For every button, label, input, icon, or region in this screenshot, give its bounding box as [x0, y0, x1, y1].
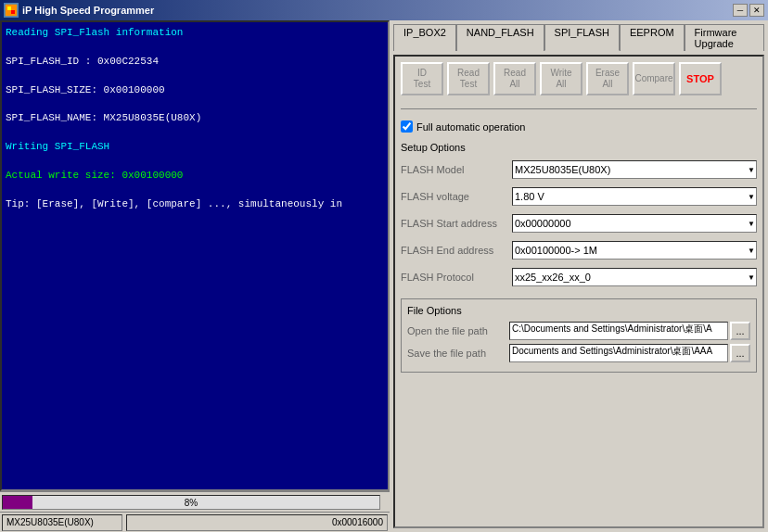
- app-title: iP High Speed Programmer: [22, 5, 729, 16]
- panel-content: ID Test Read Test Read All Write All Era…: [393, 55, 764, 528]
- read-all-button[interactable]: Read All: [493, 62, 536, 95]
- status-bar: MX25U8035E(U80X) 0x00016000: [0, 512, 390, 532]
- tab-eeprom[interactable]: EEPROM: [620, 24, 685, 51]
- open-file-row: Open the file path C:\Documents and Sett…: [407, 322, 750, 340]
- title-bar: iP High Speed Programmer ─ ✕: [0, 0, 768, 20]
- open-file-path: C:\Documents and Settings\Administrator\…: [509, 322, 728, 340]
- svg-rect-1: [7, 6, 11, 10]
- full-automatic-label: Full automatic operation: [416, 121, 525, 133]
- flash-voltage-label: FLASH voltage: [401, 191, 512, 202]
- console-line-1: Reading SPI_Flash information: [6, 26, 384, 40]
- flash-model-label: FLASH Model: [401, 164, 512, 175]
- console-line-7: Tip: [Erase], [Write], [compare] ..., si…: [6, 197, 384, 211]
- flash-protocol-wrapper: xx25_xx26_xx_0 ▼: [512, 268, 757, 286]
- id-test-button[interactable]: ID Test: [401, 62, 443, 95]
- svg-rect-2: [11, 10, 15, 14]
- minimize-button[interactable]: ─: [733, 4, 748, 17]
- flash-start-select[interactable]: 0x00000000: [512, 214, 757, 233]
- status-address: 0x00016000: [126, 514, 388, 531]
- console-area: Reading SPI_Flash information SPI_FLASH_…: [0, 20, 390, 491]
- flash-model-row: FLASH Model MX25U8035E(U80X) ▼: [401, 160, 757, 179]
- flash-end-row: FLASH End address 0x00100000-> 1M ▼: [401, 241, 757, 260]
- window-controls: ─ ✕: [733, 4, 764, 17]
- full-automatic-checkbox[interactable]: [401, 120, 413, 133]
- save-file-browse-button[interactable]: ...: [730, 344, 750, 362]
- flash-start-label: FLASH Start address: [401, 218, 512, 229]
- flash-model-select[interactable]: MX25U8035E(U80X): [512, 160, 757, 179]
- flash-protocol-row: FLASH Protocol xx25_xx26_xx_0 ▼: [401, 268, 757, 286]
- console-line-3: SPI_FLASH_SIZE: 0x00100000: [6, 83, 384, 97]
- flash-start-wrapper: 0x00000000 ▼: [512, 214, 757, 233]
- progress-label: 8%: [185, 497, 198, 507]
- right-panel: IP_BOX2 NAND_FLASH SPI_FLASH EEPROM Firm…: [390, 20, 768, 532]
- main-container: Reading SPI_Flash information SPI_FLASH_…: [0, 20, 768, 532]
- console-line-5: Writing SPI_FLASH: [6, 140, 384, 154]
- flash-end-label: FLASH End address: [401, 245, 512, 256]
- setup-options-title: Setup Options: [401, 142, 757, 153]
- file-options-frame: File Options Open the file path C:\Docum…: [401, 298, 757, 373]
- compare-button[interactable]: Compare: [633, 62, 675, 95]
- tab-nand-flash[interactable]: NAND_FLASH: [456, 24, 544, 51]
- flash-model-wrapper: MX25U8035E(U80X) ▼: [512, 160, 757, 179]
- console-line-2: SPI_FLASH_ID : 0x00C22534: [6, 55, 384, 69]
- save-file-label: Save the file path: [407, 348, 509, 359]
- flash-end-select[interactable]: 0x00100000-> 1M: [512, 241, 757, 260]
- button-toolbar: ID Test Read Test Read All Write All Era…: [401, 62, 757, 95]
- full-automatic-row: Full automatic operation: [401, 120, 757, 133]
- flash-voltage-wrapper: 1.80 V ▼: [512, 187, 757, 206]
- divider-1: [401, 108, 757, 109]
- status-device: MX25U8035E(U80X): [2, 514, 122, 531]
- flash-end-wrapper: 0x00100000-> 1M ▼: [512, 241, 757, 260]
- progress-area: 8%: [0, 491, 390, 512]
- flash-start-row: FLASH Start address 0x00000000 ▼: [401, 214, 757, 233]
- file-options-title: File Options: [407, 305, 750, 316]
- stop-button[interactable]: STOP: [679, 62, 722, 95]
- tab-firmware[interactable]: Firmware Upgrade: [685, 24, 764, 51]
- open-file-browse-button[interactable]: ...: [730, 322, 750, 340]
- app-icon: [4, 3, 19, 18]
- close-button[interactable]: ✕: [749, 4, 764, 17]
- tab-bar: IP_BOX2 NAND_FLASH SPI_FLASH EEPROM Firm…: [393, 24, 764, 51]
- open-file-label: Open the file path: [407, 325, 509, 336]
- progress-bar-container: 8%: [2, 495, 380, 510]
- save-file-row: Save the file path Documents and Setting…: [407, 344, 750, 362]
- left-panel-wrapper: Reading SPI_Flash information SPI_FLASH_…: [0, 20, 390, 532]
- console-text: Reading SPI_Flash information SPI_FLASH_…: [6, 26, 384, 225]
- read-test-button[interactable]: Read Test: [447, 62, 490, 95]
- console-line-6: Actual write size: 0x00100000: [6, 169, 384, 183]
- write-all-button[interactable]: Write All: [540, 62, 582, 95]
- console-line-4: SPI_FLASH_NAME: MX25U8035E(U80X): [6, 111, 384, 125]
- flash-voltage-select[interactable]: 1.80 V: [512, 187, 757, 206]
- flash-voltage-row: FLASH voltage 1.80 V ▼: [401, 187, 757, 206]
- flash-protocol-label: FLASH Protocol: [401, 272, 512, 283]
- flash-protocol-select[interactable]: xx25_xx26_xx_0: [512, 268, 757, 286]
- save-file-path: Documents and Settings\Administrator\桌面\…: [509, 344, 728, 362]
- erase-all-button[interactable]: Erase All: [586, 62, 629, 95]
- tab-spi-flash[interactable]: SPI_FLASH: [544, 24, 620, 51]
- progress-bar-fill: [3, 496, 32, 509]
- tab-ip-box2[interactable]: IP_BOX2: [393, 24, 456, 51]
